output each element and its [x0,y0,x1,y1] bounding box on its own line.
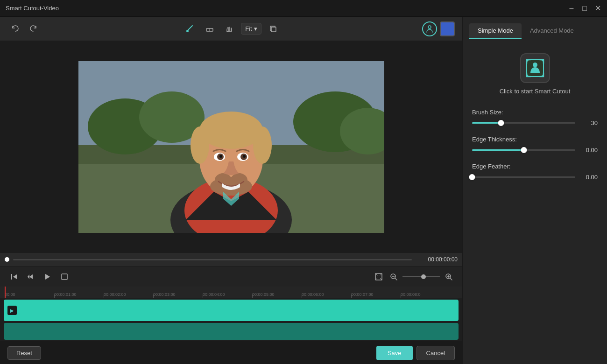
ruler-mark-6: 00:00:06:00 [302,292,351,297]
cancel-button[interactable]: Cancel [416,346,455,360]
scrubber-bar: 00:00:00:00 [0,253,462,266]
title-bar-controls: – □ ✕ [568,5,601,12]
zoom-slider-track[interactable] [402,276,440,277]
brush-size-thumb[interactable] [498,120,504,126]
brush-size-value: 30 [580,119,598,126]
timeline-tracks: ▶ [0,298,462,342]
scrubber-thumb[interactable] [5,257,9,262]
ruler-mark-5: 00:00:05:00 [252,292,302,297]
ruler-mark-7: 00:00:07:00 [351,292,401,297]
video-frame [78,61,384,233]
svg-point-39 [533,63,537,67]
brush-size-group: Brush Size: 30 [472,109,598,126]
edge-thickness-group: Edge Thickness: 0.00 [472,136,598,154]
svg-point-17 [191,126,209,164]
zoom-in-button[interactable] [443,271,455,283]
ruler-mark-3: 00:00:03:00 [153,292,203,297]
edge-thickness-thumb[interactable] [521,147,527,153]
brush-button[interactable] [182,21,198,37]
eraser-button[interactable] [202,21,218,37]
toolbar-center: Fit ▾ [43,21,420,37]
fit-dropdown[interactable]: Fit ▾ [241,23,261,35]
svg-line-37 [450,278,452,280]
brush-size-fill [472,122,501,124]
zoom-out-button[interactable] [388,271,400,283]
playback-right [373,271,455,283]
svg-point-26 [219,155,222,158]
fit-label: Fit [245,25,252,32]
color-button[interactable] [440,21,455,36]
copy-button[interactable] [265,21,281,37]
step-back-button[interactable] [24,270,37,283]
edge-feather-group: Edge Feather: 0.00 [472,163,598,181]
smart-cutout-button[interactable] [520,53,550,83]
svg-rect-3 [271,27,276,32]
edge-feather-label: Edge Feather: [472,163,598,170]
play-button[interactable] [41,270,54,283]
app-title: Smart Cutout-Video [6,5,59,12]
video-area [0,41,462,253]
edge-thickness-value: 0.00 [580,147,598,154]
undo-button[interactable] [7,21,23,37]
stop-button[interactable] [58,270,71,283]
edge-feather-thumb[interactable] [469,174,475,180]
edge-feather-row: 0.00 [472,174,598,181]
zoom-slider-thumb[interactable] [421,274,426,279]
advanced-mode-tab[interactable]: Advanced Mode [522,23,582,39]
timeline-ruler-marks: 00:00 00:00:01:00 00:00:02:00 00:00:03:0… [5,292,450,297]
edge-thickness-track[interactable] [472,149,575,151]
minimize-button[interactable]: – [568,5,575,12]
skip-back-button[interactable] [7,270,21,283]
brush-size-label: Brush Size: [472,109,598,116]
title-bar: Smart Cutout-Video – □ ✕ [0,0,607,17]
ruler-mark-1: 00:00:01:00 [54,292,104,297]
reset-button[interactable]: Reset [7,346,41,360]
svg-point-27 [243,155,246,158]
time-display: 00:00:00:00 [416,256,458,263]
right-panel: Simple Mode Advanced Mode [462,17,607,364]
svg-rect-29 [62,274,67,280]
edge-thickness-fill [472,149,524,151]
scrubber-track[interactable] [13,259,412,260]
playback-left [7,270,71,283]
redo-button[interactable] [25,21,41,37]
timeline-track-secondary[interactable] [4,323,459,340]
svg-point-0 [186,30,189,32]
mode-tabs: Simple Mode Advanced Mode [463,17,607,39]
dropdown-arrow-icon: ▾ [254,25,257,32]
ruler-mark-4: 00:00:04:00 [203,292,252,297]
cutout-label: Click to start Smart Cutout [500,88,571,95]
save-button[interactable]: Save [376,346,413,360]
ruler-mark-0: 00:00 [5,292,54,297]
person-button[interactable] [422,21,437,36]
main-container: Fit ▾ [0,17,607,364]
left-panel: Fit ▾ [0,17,462,364]
edge-feather-value: 0.00 [580,174,598,181]
simple-mode-tab[interactable]: Simple Mode [469,23,522,39]
svg-point-4 [428,26,431,28]
cutout-icon-area: Click to start Smart Cutout [472,49,598,99]
bottom-right: Save Cancel [376,346,455,360]
brush-size-row: 30 [472,119,598,126]
timeline-track-primary[interactable]: ▶ [4,300,459,321]
edge-thickness-row: 0.00 [472,147,598,154]
svg-line-33 [395,278,397,280]
panel-content: Click to start Smart Cutout Brush Size: … [463,39,607,364]
title-bar-left: Smart Cutout-Video [6,5,59,12]
maximize-button[interactable]: □ [581,5,588,12]
toolbar-right [422,21,455,36]
ruler-mark-8: 00:00:08:0 [401,292,450,297]
timeline-playhead [5,287,6,298]
expand-button[interactable] [373,271,385,283]
edge-feather-track[interactable] [472,176,575,178]
track-icon-primary: ▶ [7,306,17,315]
close-button[interactable]: ✕ [594,5,601,12]
brush-size-track[interactable] [472,122,575,124]
ruler-mark-2: 00:00:02:00 [104,292,153,297]
hand-button[interactable] [221,21,237,37]
toolbar: Fit ▾ [0,17,462,41]
timeline-area: 00:00 00:00:01:00 00:00:02:00 00:00:03:0… [0,287,462,342]
bottom-bar: Reset Save Cancel [0,342,462,364]
playback-controls [0,266,462,287]
svg-rect-28 [11,274,12,280]
